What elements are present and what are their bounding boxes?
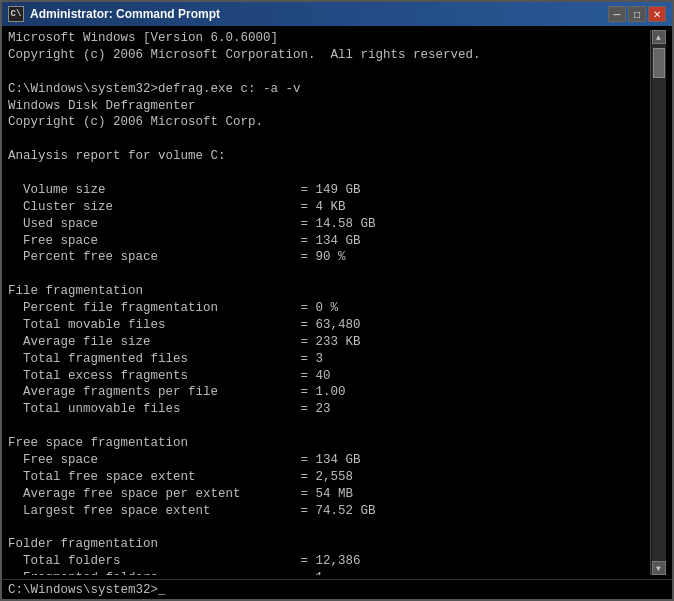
bottom-prompt-bar: C:\Windows\system32>_	[2, 579, 672, 599]
console-area[interactable]: Microsoft Windows [Version 6.0.6000] Cop…	[2, 26, 672, 579]
scroll-track[interactable]	[652, 44, 666, 561]
title-buttons: ─ □ ✕	[608, 6, 666, 22]
scrollbar[interactable]: ▲ ▼	[650, 30, 666, 575]
minimize-button[interactable]: ─	[608, 6, 626, 22]
scroll-thumb[interactable]	[653, 48, 665, 78]
title-bar-left: C\ Administrator: Command Prompt	[8, 6, 220, 22]
window-title: Administrator: Command Prompt	[30, 7, 220, 21]
scroll-up-button[interactable]: ▲	[652, 30, 666, 44]
cursor-blink: _	[158, 583, 166, 597]
main-window: C\ Administrator: Command Prompt ─ □ ✕ M…	[0, 0, 674, 601]
window-icon: C\	[8, 6, 24, 22]
title-bar: C\ Administrator: Command Prompt ─ □ ✕	[2, 2, 672, 26]
bottom-prompt-text: C:\Windows\system32>	[8, 583, 158, 597]
scroll-down-button[interactable]: ▼	[652, 561, 666, 575]
maximize-button[interactable]: □	[628, 6, 646, 22]
close-button[interactable]: ✕	[648, 6, 666, 22]
console-output: Microsoft Windows [Version 6.0.6000] Cop…	[8, 30, 650, 575]
